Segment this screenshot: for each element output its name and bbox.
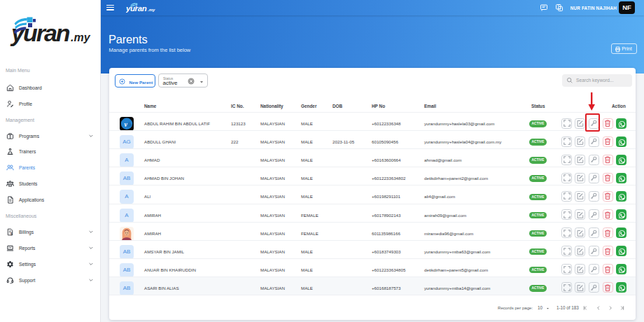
svg-text:$: $ [10,232,13,236]
svg-text:yuran: yuran [10,20,70,46]
svg-text:.my: .my [71,31,91,43]
svg-text:.my: .my [148,8,155,12]
